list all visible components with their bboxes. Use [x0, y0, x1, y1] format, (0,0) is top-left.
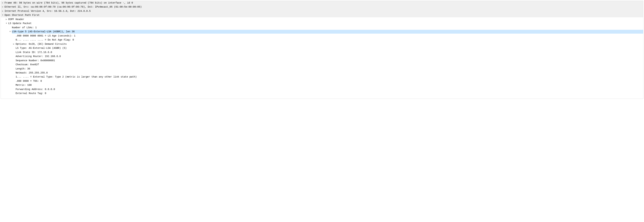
- chevron-down-icon[interactable]: [8, 30, 12, 33]
- tree-row[interactable]: Ethernet II, Src: ca:06:06:9f:00:70 (ca:…: [1, 5, 643, 9]
- tree-row[interactable]: Netmask: 255.255.255.0: [1, 71, 643, 75]
- tree-row-label: Sequence Number: 0x80000001: [16, 59, 643, 62]
- tree-row[interactable]: LS Update Packet: [1, 21, 643, 25]
- tree-row-label: Metric: 100: [16, 83, 643, 87]
- tree-row-label: Open Shortest Path First: [4, 13, 643, 17]
- tree-row[interactable]: .000 0000 = TOS: 0: [1, 79, 643, 83]
- tree-row-label: Frame 40: 98 bytes on wire (784 bits), 9…: [4, 1, 643, 5]
- tree-row[interactable]: 0... .... .... .... = Do Not Age Flag: 0: [1, 38, 643, 42]
- tree-row[interactable]: Internet Protocol Version 4, Src: 10.56.…: [1, 9, 643, 13]
- tree-row[interactable]: Open Shortest Path First: [1, 13, 643, 17]
- tree-row[interactable]: LS Type: AS-External-LSA (ASBR) (5): [1, 46, 643, 50]
- tree-row[interactable]: Number of LSAs: 1: [1, 26, 643, 30]
- tree-row-label: Link State ID: 172.16.6.0: [16, 50, 643, 54]
- tree-row-label: Internet Protocol Version 4, Src: 10.56.…: [4, 9, 643, 13]
- tree-row-label: Advertising Router: 192.168.6.6: [16, 54, 643, 58]
- tree-row[interactable]: Link State ID: 172.16.6.0: [1, 50, 643, 54]
- tree-row[interactable]: Checksum: 0xe82f: [1, 63, 643, 67]
- tree-row-label: Options: 0x20, (DC) Demand Circuits: [16, 42, 643, 46]
- tree-row[interactable]: OSPF Header: [1, 17, 643, 21]
- tree-row[interactable]: Metric: 100: [1, 83, 643, 87]
- tree-row-label: LS Type: AS-External-LSA (ASBR) (5): [16, 46, 643, 50]
- tree-row-label: Netmask: 255.255.255.0: [16, 71, 643, 75]
- tree-row[interactable]: LSA-type 5 (AS-External-LSA (ASBR)), len…: [1, 30, 643, 34]
- tree-row-label: LS Update Packet: [8, 22, 643, 25]
- tree-row[interactable]: Advertising Router: 192.168.6.6: [1, 54, 643, 58]
- chevron-down-icon[interactable]: [4, 22, 8, 25]
- tree-row[interactable]: Options: 0x20, (DC) Demand Circuits: [1, 42, 643, 46]
- tree-row-label: Forwarding Address: 0.0.0.0: [16, 87, 643, 91]
- tree-row-label: Length: 36: [16, 67, 643, 71]
- tree-row-label: OSPF Header: [8, 18, 643, 21]
- tree-row[interactable]: External Route Tag: 0: [1, 91, 643, 95]
- tree-row-label: 1... .... = External Type: Type 2 (metri…: [16, 75, 643, 79]
- chevron-down-icon[interactable]: [1, 13, 4, 17]
- packet-details-pane[interactable]: Frame 40: 98 bytes on wire (784 bits), 9…: [1, 1, 643, 99]
- tree-row-label: Checksum: 0xe82f: [16, 63, 643, 66]
- chevron-right-icon[interactable]: [4, 18, 8, 21]
- tree-row-label: .000 0000 0000 0001 = LS Age (seconds): …: [16, 34, 643, 38]
- tree-row[interactable]: .000 0000 0000 0001 = LS Age (seconds): …: [1, 34, 643, 38]
- chevron-right-icon[interactable]: [12, 42, 16, 46]
- tree-row-label: 0... .... .... .... = Do Not Age Flag: 0: [16, 38, 643, 42]
- tree-row-label: External Route Tag: 0: [16, 91, 643, 95]
- tree-row[interactable]: Length: 36: [1, 67, 643, 71]
- tree-row[interactable]: Forwarding Address: 0.0.0.0: [1, 87, 643, 91]
- tree-row-label: Number of LSAs: 1: [12, 26, 643, 29]
- chevron-right-icon[interactable]: [1, 5, 4, 9]
- chevron-right-icon[interactable]: [1, 1, 4, 5]
- chevron-right-icon[interactable]: [1, 9, 4, 13]
- tree-row-label: Ethernet II, Src: ca:06:06:9f:00:70 (ca:…: [4, 5, 643, 9]
- tree-row[interactable]: Sequence Number: 0x80000001: [1, 59, 643, 63]
- tree-row[interactable]: 1... .... = External Type: Type 2 (metri…: [1, 75, 643, 79]
- tree-row[interactable]: Frame 40: 98 bytes on wire (784 bits), 9…: [1, 1, 643, 5]
- tree-row-label: LSA-type 5 (AS-External-LSA (ASBR)), len…: [12, 30, 643, 34]
- tree-row-label: .000 0000 = TOS: 0: [16, 79, 643, 83]
